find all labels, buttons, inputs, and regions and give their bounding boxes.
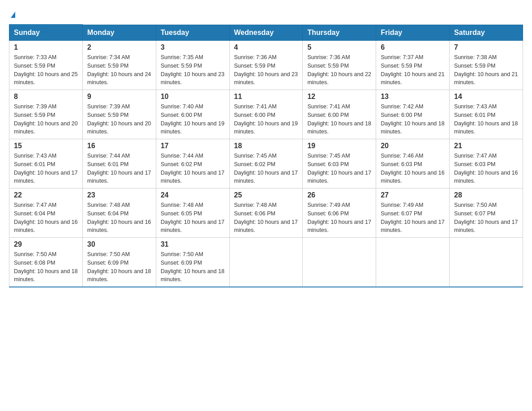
day-number: 13	[381, 93, 445, 101]
calendar-cell: 28Sunrise: 7:50 AMSunset: 6:07 PMDayligh…	[450, 188, 523, 238]
day-number: 28	[454, 191, 518, 199]
header-sunday: Sunday	[9, 25, 83, 41]
header-thursday: Thursday	[303, 25, 376, 41]
calendar-cell: 15Sunrise: 7:43 AMSunset: 6:01 PMDayligh…	[9, 139, 83, 188]
day-info: Sunrise: 7:35 AMSunset: 5:59 PMDaylight:…	[161, 53, 225, 87]
calendar-table: SundayMondayTuesdayWednesdayThursdayFrid…	[9, 24, 523, 287]
day-number: 29	[14, 240, 78, 248]
day-info: Sunrise: 7:37 AMSunset: 5:59 PMDaylight:…	[381, 53, 445, 87]
header-friday: Friday	[376, 25, 450, 41]
calendar-cell	[303, 238, 376, 287]
header-wednesday: Wednesday	[229, 25, 303, 41]
header-saturday: Saturday	[450, 25, 523, 41]
day-number: 17	[161, 142, 225, 150]
day-info: Sunrise: 7:43 AMSunset: 6:01 PMDaylight:…	[14, 152, 78, 185]
day-number: 1	[14, 43, 78, 51]
calendar-cell: 20Sunrise: 7:46 AMSunset: 6:03 PMDayligh…	[376, 139, 450, 188]
calendar-cell: 10Sunrise: 7:40 AMSunset: 6:00 PMDayligh…	[156, 90, 229, 139]
day-number: 30	[87, 240, 151, 248]
day-number: 16	[87, 142, 151, 150]
day-info: Sunrise: 7:45 AMSunset: 6:02 PMDaylight:…	[234, 152, 298, 185]
day-number: 7	[454, 43, 518, 51]
calendar-cell: 7Sunrise: 7:38 AMSunset: 5:59 PMDaylight…	[450, 41, 523, 90]
day-info: Sunrise: 7:50 AMSunset: 6:09 PMDaylight:…	[87, 250, 151, 284]
calendar-cell: 24Sunrise: 7:48 AMSunset: 6:05 PMDayligh…	[156, 188, 229, 238]
calendar-cell: 30Sunrise: 7:50 AMSunset: 6:09 PMDayligh…	[82, 238, 156, 287]
day-info: Sunrise: 7:44 AMSunset: 6:02 PMDaylight:…	[161, 152, 225, 185]
day-number: 26	[307, 191, 371, 199]
calendar-cell: 11Sunrise: 7:41 AMSunset: 6:00 PMDayligh…	[229, 90, 303, 139]
calendar-cell	[450, 238, 523, 287]
day-number: 18	[234, 142, 298, 150]
calendar-cell: 14Sunrise: 7:43 AMSunset: 6:01 PMDayligh…	[450, 90, 523, 139]
calendar-week-row: 8Sunrise: 7:39 AMSunset: 5:59 PMDaylight…	[9, 90, 523, 139]
day-number: 10	[161, 93, 225, 101]
day-info: Sunrise: 7:38 AMSunset: 5:59 PMDaylight:…	[454, 53, 518, 87]
logo	[9, 9, 15, 20]
calendar-cell: 26Sunrise: 7:49 AMSunset: 6:06 PMDayligh…	[303, 188, 376, 238]
day-info: Sunrise: 7:44 AMSunset: 6:01 PMDaylight:…	[87, 152, 151, 185]
calendar-cell: 25Sunrise: 7:48 AMSunset: 6:06 PMDayligh…	[229, 188, 303, 238]
day-info: Sunrise: 7:41 AMSunset: 6:00 PMDaylight:…	[307, 103, 371, 136]
day-info: Sunrise: 7:46 AMSunset: 6:03 PMDaylight:…	[381, 152, 445, 185]
calendar-cell: 19Sunrise: 7:45 AMSunset: 6:03 PMDayligh…	[303, 139, 376, 188]
calendar-cell: 1Sunrise: 7:33 AMSunset: 5:59 PMDaylight…	[9, 41, 83, 90]
day-info: Sunrise: 7:42 AMSunset: 6:00 PMDaylight:…	[381, 103, 445, 136]
day-info: Sunrise: 7:50 AMSunset: 6:08 PMDaylight:…	[14, 250, 78, 284]
calendar-cell: 18Sunrise: 7:45 AMSunset: 6:02 PMDayligh…	[229, 139, 303, 188]
day-info: Sunrise: 7:47 AMSunset: 6:03 PMDaylight:…	[454, 152, 518, 185]
calendar-cell: 21Sunrise: 7:47 AMSunset: 6:03 PMDayligh…	[450, 139, 523, 188]
day-info: Sunrise: 7:48 AMSunset: 6:05 PMDaylight:…	[161, 201, 225, 235]
day-info: Sunrise: 7:48 AMSunset: 6:04 PMDaylight:…	[87, 201, 151, 235]
day-info: Sunrise: 7:36 AMSunset: 5:59 PMDaylight:…	[234, 53, 298, 87]
calendar-cell: 3Sunrise: 7:35 AMSunset: 5:59 PMDaylight…	[156, 41, 229, 90]
day-number: 19	[307, 142, 371, 150]
header-monday: Monday	[82, 25, 156, 41]
day-info: Sunrise: 7:41 AMSunset: 6:00 PMDaylight:…	[234, 103, 298, 136]
calendar-week-row: 15Sunrise: 7:43 AMSunset: 6:01 PMDayligh…	[9, 139, 523, 188]
calendar-cell: 31Sunrise: 7:50 AMSunset: 6:09 PMDayligh…	[156, 238, 229, 287]
calendar-cell: 22Sunrise: 7:47 AMSunset: 6:04 PMDayligh…	[9, 188, 83, 238]
day-number: 5	[307, 43, 371, 51]
day-info: Sunrise: 7:50 AMSunset: 6:07 PMDaylight:…	[454, 201, 518, 235]
day-info: Sunrise: 7:39 AMSunset: 5:59 PMDaylight:…	[87, 103, 151, 136]
calendar-cell: 17Sunrise: 7:44 AMSunset: 6:02 PMDayligh…	[156, 139, 229, 188]
day-info: Sunrise: 7:48 AMSunset: 6:06 PMDaylight:…	[234, 201, 298, 235]
day-info: Sunrise: 7:40 AMSunset: 6:00 PMDaylight:…	[161, 103, 225, 136]
day-info: Sunrise: 7:49 AMSunset: 6:06 PMDaylight:…	[307, 201, 371, 235]
day-number: 25	[234, 191, 298, 199]
calendar-cell: 13Sunrise: 7:42 AMSunset: 6:00 PMDayligh…	[376, 90, 450, 139]
calendar-cell: 27Sunrise: 7:49 AMSunset: 6:07 PMDayligh…	[376, 188, 450, 238]
day-number: 14	[454, 93, 518, 101]
day-info: Sunrise: 7:47 AMSunset: 6:04 PMDaylight:…	[14, 201, 78, 235]
day-info: Sunrise: 7:45 AMSunset: 6:03 PMDaylight:…	[307, 152, 371, 185]
day-number: 2	[87, 43, 151, 51]
calendar-cell: 12Sunrise: 7:41 AMSunset: 6:00 PMDayligh…	[303, 90, 376, 139]
calendar-cell	[376, 238, 450, 287]
day-number: 31	[161, 240, 225, 248]
day-number: 12	[307, 93, 371, 101]
day-number: 6	[381, 43, 445, 51]
logo-triangle-icon	[11, 12, 15, 18]
day-info: Sunrise: 7:43 AMSunset: 6:01 PMDaylight:…	[454, 103, 518, 136]
day-number: 4	[234, 43, 298, 51]
calendar-cell: 6Sunrise: 7:37 AMSunset: 5:59 PMDaylight…	[376, 41, 450, 90]
day-number: 3	[161, 43, 225, 51]
calendar-cell: 29Sunrise: 7:50 AMSunset: 6:08 PMDayligh…	[9, 238, 83, 287]
calendar-week-row: 22Sunrise: 7:47 AMSunset: 6:04 PMDayligh…	[9, 188, 523, 238]
calendar-week-row: 29Sunrise: 7:50 AMSunset: 6:08 PMDayligh…	[9, 238, 523, 287]
header-tuesday: Tuesday	[156, 25, 229, 41]
calendar-week-row: 1Sunrise: 7:33 AMSunset: 5:59 PMDaylight…	[9, 41, 523, 90]
day-number: 22	[14, 191, 78, 199]
day-info: Sunrise: 7:39 AMSunset: 5:59 PMDaylight:…	[14, 103, 78, 136]
day-info: Sunrise: 7:34 AMSunset: 5:59 PMDaylight:…	[87, 53, 151, 87]
day-number: 9	[87, 93, 151, 101]
day-number: 24	[161, 191, 225, 199]
calendar-cell: 16Sunrise: 7:44 AMSunset: 6:01 PMDayligh…	[82, 139, 156, 188]
calendar-cell: 23Sunrise: 7:48 AMSunset: 6:04 PMDayligh…	[82, 188, 156, 238]
day-number: 8	[14, 93, 78, 101]
calendar-cell: 8Sunrise: 7:39 AMSunset: 5:59 PMDaylight…	[9, 90, 83, 139]
day-number: 23	[87, 191, 151, 199]
day-number: 11	[234, 93, 298, 101]
calendar-header-row: SundayMondayTuesdayWednesdayThursdayFrid…	[9, 25, 523, 41]
